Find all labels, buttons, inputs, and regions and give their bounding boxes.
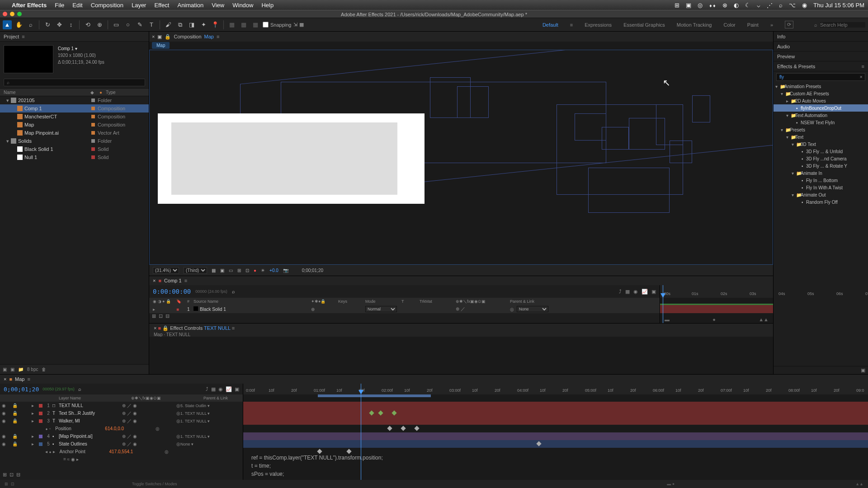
lock-icon[interactable]: 🔒 [165, 34, 171, 40]
rotation-tool[interactable]: ⟲ [83, 20, 92, 29]
new-bin-icon[interactable]: ▣ [774, 366, 868, 374]
toggle-switches-modes[interactable]: Toggle Switches / Modes [132, 482, 177, 486]
pan-tool[interactable]: ✥ [55, 20, 64, 29]
minimize-window-button[interactable] [10, 12, 14, 16]
layer-bar[interactable] [243, 402, 868, 409]
toggle-modes-icon[interactable]: ⊡ [9, 472, 14, 480]
lock-icon[interactable]: 🔒 [162, 325, 169, 331]
status-icon[interactable]: ▣ [686, 2, 691, 9]
menu-file[interactable]: File [55, 2, 64, 9]
effects-presets-title[interactable]: Effects & Presets [777, 64, 815, 69]
toggle-in-out-icon[interactable]: ⊟ [165, 313, 170, 321]
layer-name[interactable]: Black Solid 1 [200, 307, 226, 312]
brush-tool[interactable]: 🖌 [164, 20, 173, 29]
delete-icon[interactable]: 🗑 [42, 367, 46, 372]
hand-tool[interactable]: ✋ [14, 20, 24, 29]
toggle-switches-icon[interactable]: ⊞ [152, 313, 156, 321]
dropbox-icon[interactable]: ⬧⬧ [709, 2, 716, 9]
search-icon[interactable]: ⌕ [232, 289, 235, 294]
preset-item[interactable]: ▾📁 Presets [774, 126, 868, 133]
toggle-mask-icon[interactable]: ▣ [220, 268, 224, 273]
timeline-layer[interactable]: ◉ 🔒▸1□TEXT NULL⊕ ／ ◉◎ 5. State Outlin ▾ [0, 402, 243, 409]
timeline-layer[interactable]: ◉ 🔒▸5▪State Outlines⊕ ／ ◉◎ None ▾ [0, 440, 243, 448]
zoom-in-icon[interactable]: ▲▲ [759, 317, 769, 322]
roto-tool[interactable]: ✦ [199, 20, 208, 29]
menu-view[interactable]: View [212, 2, 224, 9]
maximize-window-button[interactable] [17, 12, 22, 16]
menu-layer[interactable]: Layer [132, 2, 146, 9]
current-time-map[interactable]: 0;00;01;20 [4, 386, 39, 393]
close-icon[interactable]: × [154, 325, 156, 331]
zoom-tool[interactable]: ⌕ [26, 20, 35, 29]
moon-icon[interactable]: ☾ [745, 2, 750, 9]
selection-tool[interactable]: ▲ [3, 20, 12, 29]
preview-panel-title[interactable]: Preview [777, 54, 795, 59]
workspace-paint[interactable]: Paint [747, 22, 759, 28]
keyframe[interactable] [317, 449, 322, 454]
preset-item[interactable]: ▪ Fly In ... Bottom [774, 177, 868, 184]
comp-breadcrumb[interactable]: Map [204, 34, 214, 39]
new-comp-icon[interactable]: ▣ [10, 367, 14, 372]
preset-item[interactable]: ▾📁 Animate In [774, 169, 868, 177]
zoom-in-icon[interactable]: ▲▲ [855, 482, 863, 486]
wifi-icon[interactable]: ⋰ [767, 2, 773, 9]
motion-blur-icon[interactable]: ◉ [218, 386, 223, 392]
layer-bar[interactable] [243, 432, 868, 440]
snapshot-icon[interactable]: 📷 [283, 268, 288, 273]
close-window-button[interactable] [3, 12, 7, 16]
status-icon[interactable]: ◐ [734, 2, 739, 9]
audio-panel-title[interactable]: Audio [777, 44, 790, 49]
bluetooth-icon[interactable]: ⌵ [757, 2, 760, 9]
layer-bar[interactable] [243, 440, 868, 448]
preset-item[interactable]: ▾📁 3D Text [774, 141, 868, 148]
timeline-layer[interactable]: ◉ 🔒▸4▪[Map Pinpoint.ai]⊕ ／ ◉◎ 1. TEXT NU… [0, 432, 243, 440]
preset-item[interactable]: ▾📁 Animate Out [774, 191, 868, 198]
layer-bar[interactable] [243, 417, 868, 425]
project-item[interactable]: Null 1Solid [0, 153, 149, 161]
clear-search-icon[interactable]: × [860, 74, 863, 80]
effects-presets-tree[interactable]: ▾📁 Animation Presets▾📁 Custom AE Presets… [774, 83, 868, 366]
puppet-tool[interactable]: 📍 [211, 20, 220, 29]
orbit-tool[interactable]: ↻ [43, 20, 52, 29]
playhead[interactable] [663, 285, 663, 323]
keyframe[interactable] [346, 449, 351, 454]
control-center-icon[interactable]: ⌥ [789, 2, 796, 9]
roi-icon[interactable]: ▭ [229, 268, 233, 273]
layer-bar[interactable] [243, 409, 868, 417]
menu-edit[interactable]: Edit [72, 2, 82, 9]
snap-edge-icon[interactable]: ⇲ [293, 22, 297, 28]
shy-icon[interactable]: ⤴ [619, 289, 622, 295]
type-tool[interactable]: T [147, 20, 156, 29]
resolution-dropdown[interactable]: (Third) [184, 267, 207, 274]
workspace-expressions[interactable]: Expressions [585, 22, 612, 28]
playhead[interactable] [361, 384, 361, 480]
status-icon[interactable]: ⊗ [722, 2, 727, 9]
project-item[interactable]: ▾202105Folder [0, 96, 149, 104]
spotlight-icon[interactable]: ⌕ [779, 2, 783, 9]
comp-panel-menu-icon[interactable]: ≡ [217, 34, 219, 39]
project-tree[interactable]: ▾202105FolderComp 1CompositionManchester… [0, 96, 149, 364]
expression-editor[interactable]: ref = thisComp.layer("TEXT NULL").transf… [251, 454, 383, 478]
preset-item[interactable]: ▾📁 Text Automation [774, 112, 868, 119]
status-icon[interactable]: ⊞ [675, 2, 679, 9]
transform-property[interactable]: ⬥ ◦Position614.0,0.0◎ [0, 425, 243, 432]
frame-blend-icon[interactable]: ▦ [625, 289, 630, 295]
preview-time[interactable]: 0;00;01;20 [302, 268, 323, 273]
workspace-menu-icon[interactable]: ≡ [570, 22, 573, 28]
app-name[interactable]: After Effects [12, 2, 47, 9]
siri-icon[interactable]: ◉ [802, 2, 807, 9]
workspace-essential-graphics[interactable]: Essential Graphics [623, 22, 665, 28]
footer-icon[interactable]: ⊞ [5, 482, 8, 486]
effect-controls-layer[interactable]: TEXT NULL [204, 325, 231, 331]
timeline-tab[interactable]: Comp 1 [164, 278, 182, 283]
toggle-modes-icon[interactable]: ⊡ [159, 313, 163, 321]
project-item[interactable]: MapComposition [0, 121, 149, 129]
keyframe[interactable] [536, 441, 541, 446]
keyframe[interactable] [387, 426, 392, 431]
timeline-layer[interactable]: ◉ 🔒▸3TWalker, MI⊕ ／ ◉◎ 1. TEXT NULL ▾ [0, 417, 243, 425]
preset-item[interactable]: ▪ 3D Fly ...nd Camera [774, 155, 868, 162]
composition-thumbnail[interactable] [4, 45, 53, 73]
project-item[interactable]: ManchesterCTComposition [0, 113, 149, 121]
anchor-tool[interactable]: ⊕ [95, 20, 104, 29]
timeline-tab-map[interactable]: Map [15, 376, 24, 382]
